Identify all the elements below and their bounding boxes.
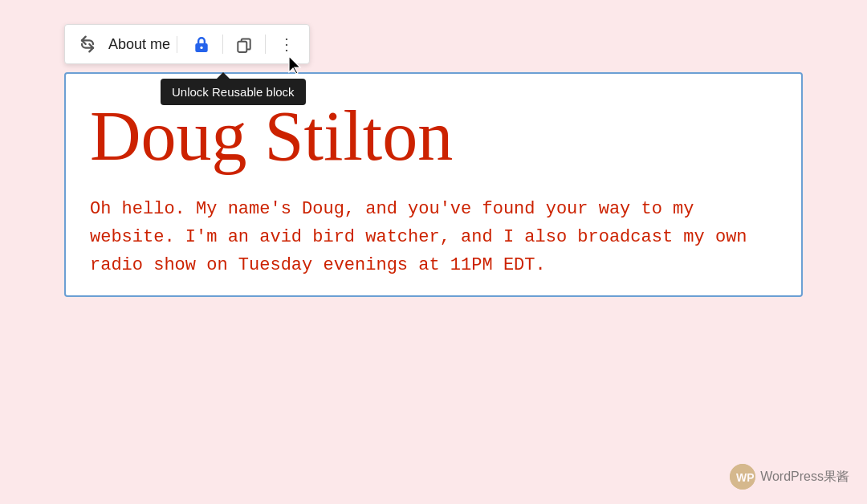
toolbar-divider (222, 35, 223, 54)
more-options-icon: ⋮ (279, 35, 295, 54)
block-toolbar: About me ⋮ (64, 24, 310, 64)
watermark-logo: WP (730, 464, 755, 490)
copy-button[interactable] (230, 30, 258, 59)
unlock-tooltip: Unlock Reusable block (161, 79, 306, 105)
svg-text:WP: WP (736, 471, 755, 484)
content-heading: Doug Stilton (90, 98, 777, 176)
content-body: Oh hello. My name's Doug, and you've fou… (90, 195, 777, 280)
content-block: Doug Stilton Oh hello. My name's Doug, a… (64, 72, 803, 297)
watermark: WP WordPress果酱 (730, 464, 849, 490)
svg-point-1 (200, 47, 202, 49)
tooltip-text: Unlock Reusable block (172, 85, 295, 99)
toolbar-divider-2 (265, 35, 266, 54)
block-label: About me (108, 36, 177, 53)
tooltip-container: Unlock Reusable block (161, 79, 306, 105)
reusable-block-icon[interactable] (73, 30, 102, 59)
svg-rect-3 (238, 42, 246, 52)
editor-area: About me ⋮ (0, 0, 867, 321)
lock-button[interactable] (187, 30, 216, 59)
cursor (286, 55, 305, 77)
watermark-text: WordPress果酱 (760, 469, 849, 486)
